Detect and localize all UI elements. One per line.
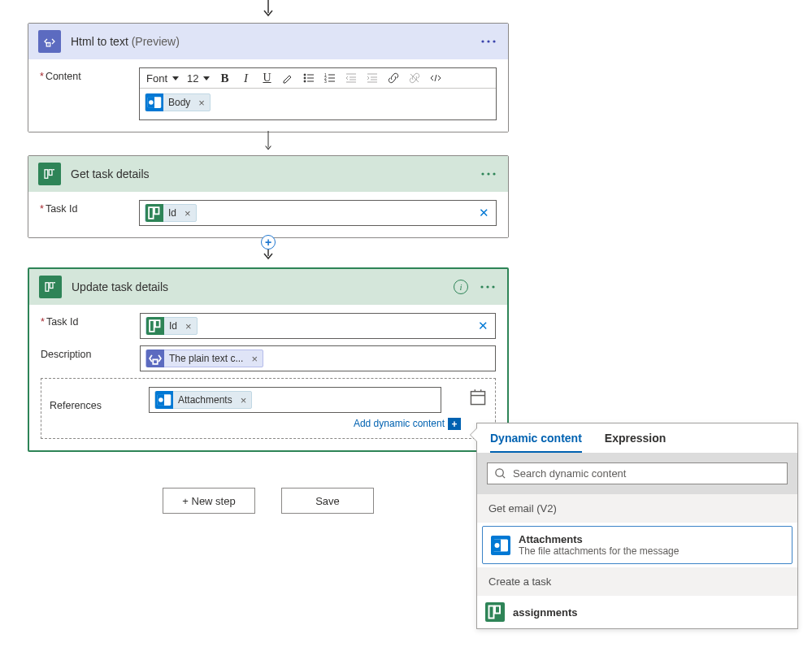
unlink-icon[interactable] [408,72,421,85]
font-select[interactable]: Font [146,72,179,85]
svg-point-5 [493,40,495,42]
outdent-icon[interactable] [345,72,358,85]
svg-rect-49 [153,359,158,364]
link-icon[interactable] [387,72,400,85]
font-size-select[interactable]: 12 [187,72,210,85]
svg-point-61 [495,543,500,548]
token-id[interactable]: Id × [145,317,198,335]
taskid-label: *Task Id [40,200,139,215]
flow-arrow [0,0,536,20]
search-icon [494,467,506,480]
add-dynamic-content-link[interactable]: Add dynamic content [354,418,445,429]
card-update-task-details: Update task details i *Task Id Id × ✕ [28,267,509,452]
svg-text:T: T [47,43,50,46]
svg-rect-47 [150,320,154,332]
bullets-icon[interactable] [302,72,315,85]
card-title: Html to text (Preview) [71,35,469,48]
tab-dynamic-content[interactable]: Dynamic content [490,432,582,453]
plus-icon: + [448,418,461,430]
token-id[interactable]: Id × [145,204,197,222]
svg-point-44 [480,285,483,288]
token-remove-icon[interactable]: × [193,97,210,109]
highlight-icon[interactable] [281,72,294,85]
search-input[interactable]: Search dynamic content [487,462,788,484]
taskid-label: *Task Id [41,313,140,328]
card-html-to-text: T Html to text (Preview) *Content Font 1… [28,23,509,132]
card-menu-button[interactable] [479,32,498,51]
description-input[interactable]: The plain text c... × [140,345,496,371]
svg-point-45 [486,285,489,288]
svg-rect-48 [155,320,160,327]
dynamic-item-attachments[interactable]: Attachments The file attachments for the… [482,526,792,564]
svg-rect-39 [154,207,159,214]
dynamic-item-assignments[interactable]: assignments [477,596,797,628]
description-label: Description [41,345,140,360]
svg-rect-32 [45,170,48,179]
switch-to-array-icon[interactable] [469,389,487,406]
clear-input-icon[interactable]: ✕ [479,206,489,220]
card-header[interactable]: Get task details [28,156,508,192]
save-button[interactable]: Save [281,488,374,514]
card-header[interactable]: T Html to text (Preview) [28,24,508,59]
taskid-input[interactable]: Id × ✕ [140,313,496,339]
planner-icon [39,276,62,298]
svg-rect-63 [495,606,500,614]
card-menu-button[interactable] [478,277,497,297]
rich-text-editor[interactable]: Font 12 B I U 123 [139,67,497,120]
card-menu-button[interactable] [479,164,498,184]
info-icon[interactable]: i [454,280,468,294]
token-body[interactable]: Body × [145,93,211,111]
svg-point-52 [158,397,163,402]
token-remove-icon[interactable]: × [180,207,196,219]
flow-arrow [0,131,536,152]
token-remove-icon[interactable]: × [180,320,197,332]
svg-point-46 [492,285,494,288]
svg-text:3: 3 [324,79,327,84]
svg-point-10 [304,80,306,82]
planner-icon [38,163,61,185]
svg-point-30 [149,100,154,105]
underline-icon[interactable]: U [260,72,273,85]
clear-input-icon[interactable]: ✕ [478,319,489,333]
svg-rect-53 [471,392,484,405]
svg-point-37 [493,172,495,175]
group-header: Get email (V2) [477,494,797,523]
indent-icon[interactable] [366,72,379,85]
new-step-button[interactable]: + New step [163,488,255,514]
svg-rect-42 [50,283,53,289]
svg-point-6 [304,74,306,76]
dynamic-content-panel: Dynamic content Expression Search dynami… [476,423,798,629]
svg-point-3 [481,40,484,42]
taskid-input[interactable]: Id × ✕ [139,200,497,226]
references-input[interactable]: Attachments × [149,387,441,413]
content-label: *Content [40,67,139,82]
add-step-inline-button[interactable]: + [0,235,536,250]
svg-rect-33 [49,170,52,176]
token-plain-text[interactable]: The plain text c... × [145,350,263,367]
token-attachments[interactable]: Attachments × [154,391,252,409]
svg-point-8 [304,77,306,79]
svg-line-58 [502,475,505,478]
svg-point-36 [487,172,489,175]
svg-point-57 [496,469,503,476]
bold-icon[interactable]: B [218,72,231,85]
html-to-text-icon: T [38,30,61,53]
tab-expression[interactable]: Expression [605,432,666,453]
svg-rect-38 [149,207,154,219]
group-header: Create a task [477,567,797,596]
svg-point-35 [481,172,484,175]
code-view-icon[interactable] [429,72,442,85]
svg-point-4 [487,40,489,42]
svg-rect-41 [46,283,49,292]
references-label: References [50,387,141,411]
svg-rect-62 [489,606,494,619]
italic-icon[interactable]: I [239,72,252,85]
card-title: Update task details [72,280,444,293]
references-box: References Attachments × Add dynamic con… [41,378,496,439]
card-get-task-details: Get task details *Task Id Id × ✕ [28,155,509,238]
token-remove-icon[interactable]: × [246,353,263,365]
token-remove-icon[interactable]: × [236,394,252,406]
card-header[interactable]: Update task details i [29,269,507,305]
numbering-icon[interactable]: 123 [323,72,337,85]
svg-line-27 [435,75,436,81]
